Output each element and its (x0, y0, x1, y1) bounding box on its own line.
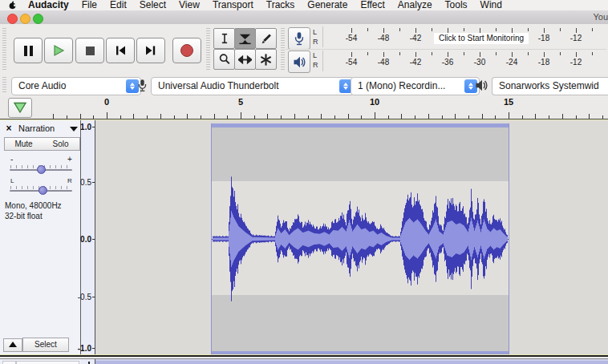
track-name: Narration (18, 123, 55, 133)
track-close-icon[interactable]: × (3, 123, 14, 134)
device-toolbar: Core Audio Universal Audio Thunderbolt 1… (0, 75, 608, 97)
meter-toolbar-grip[interactable] (281, 28, 285, 71)
playback-meter-scale[interactable]: -54-48-42-36-30-24-18-12 (337, 50, 608, 72)
pause-button[interactable] (14, 38, 43, 63)
meter-divider (322, 26, 323, 47)
draw-tool-button[interactable] (255, 28, 277, 49)
zoom-window-button[interactable] (33, 14, 43, 24)
stop-button[interactable] (75, 38, 104, 63)
meter-scale-label: -24 (506, 58, 517, 67)
playback-device-value: Sonarworks Systemwid (499, 80, 599, 91)
audio-clip[interactable] (211, 123, 509, 356)
window-title: You (593, 12, 608, 22)
multi-tool-button[interactable] (255, 49, 277, 70)
tools-toolbar-grip[interactable] (206, 28, 210, 71)
track-2-clip-edge[interactable] (95, 359, 608, 364)
ruler-tick (107, 112, 107, 119)
track-format-line2: 32-bit float (5, 212, 43, 220)
track-2-control-panel (0, 359, 80, 364)
menu-item-generate[interactable]: Generate (301, 0, 354, 10)
pan-right-label: R (67, 177, 72, 184)
meter-tick (544, 52, 545, 57)
envelope-tool-icon (238, 32, 252, 46)
menu-item-analyze[interactable]: Analyze (391, 0, 439, 10)
pinned-play-head-button[interactable] (8, 98, 32, 118)
track-control-panel: × Narration Mute Solo - + L R Mono, 4800… (0, 120, 81, 354)
menu-item-edit[interactable]: Edit (103, 0, 133, 10)
recording-device-select[interactable]: Universal Audio Thunderbolt (151, 77, 355, 95)
record-meter-right-label: R (313, 38, 318, 46)
menu-item-audacity[interactable]: Audacity (22, 0, 75, 10)
meter-minor-tick (528, 52, 529, 55)
track-title-menu[interactable]: Narration (16, 123, 80, 135)
envelope-tool-button[interactable] (234, 28, 256, 49)
collapse-track-button[interactable] (3, 338, 22, 352)
transport-toolbar-grip[interactable] (2, 28, 6, 71)
meter-minor-tick (528, 28, 529, 31)
vruler-label-0.0: 0.0 (80, 235, 91, 244)
meter-tick (576, 52, 577, 57)
close-window-button[interactable] (7, 14, 18, 24)
record-button[interactable] (172, 38, 201, 63)
menu-item-effect[interactable]: Effect (354, 0, 391, 10)
menu-item-tracks[interactable]: Tracks (260, 0, 302, 10)
ruler-label-0: 0 (104, 97, 109, 107)
selection-tool-button[interactable] (213, 28, 235, 49)
meter-tick (448, 52, 448, 57)
gain-slider-thumb[interactable] (37, 165, 46, 174)
track-2-partial[interactable] (0, 358, 608, 364)
click-to-start-monitoring[interactable]: Click to Start Monitoring (434, 33, 529, 44)
apple-menu-icon[interactable] (8, 1, 17, 10)
skip-to-end-icon (144, 44, 157, 57)
pan-slider-thumb[interactable] (39, 186, 47, 195)
audio-host-value: Core Audio (18, 80, 66, 91)
zoom-tool-button[interactable] (213, 49, 235, 70)
device-toolbar-grip[interactable] (2, 77, 6, 94)
record-icon (180, 44, 193, 57)
skip-to-end-button[interactable] (136, 38, 165, 63)
recording-channels-value: 1 (Mono) Recordin... (358, 80, 445, 91)
skip-to-start-button[interactable] (106, 38, 135, 63)
menu-item-view[interactable]: View (172, 0, 206, 10)
meter-tick (512, 52, 513, 57)
vruler-label--0.5: -0.5 (78, 292, 91, 301)
menu-item-transport[interactable]: Transport (206, 0, 260, 10)
recording-channels-select[interactable]: 1 (Mono) Recordin... (351, 77, 480, 95)
meter-tick (415, 52, 416, 57)
meter-tick (351, 28, 352, 33)
track-format-line1: Mono, 48000Hz (5, 201, 62, 210)
gain-minus-label: - (10, 155, 13, 164)
meter-minor-tick (464, 28, 464, 31)
recording-meter-scale[interactable]: -54-48-42-36-30-24-18-12Click to Start M… (337, 26, 608, 48)
menu-item-tools[interactable]: Tools (439, 0, 474, 10)
recording-meter-button[interactable] (288, 27, 310, 50)
meter-minor-tick (592, 52, 593, 55)
recording-device-value: Universal Audio Thunderbolt (158, 80, 279, 91)
solo-button[interactable]: Solo (42, 137, 80, 151)
ruler-tick (241, 112, 241, 119)
minimize-window-button[interactable] (20, 14, 30, 24)
time-shift-tool-button[interactable] (234, 49, 256, 70)
draw-tool-icon (260, 32, 273, 45)
play-meter-right-label: R (313, 62, 318, 69)
ruler-label-10: 10 (370, 97, 379, 107)
chevron-down-icon (70, 127, 78, 131)
meter-scale-label: -54 (346, 34, 357, 42)
pause-icon (24, 46, 33, 56)
vruler-label-1.0: 1.0 (80, 123, 91, 131)
meter-minor-tick (399, 52, 400, 55)
play-button[interactable] (44, 38, 73, 63)
waveform[interactable] (212, 123, 509, 356)
menu-item-file[interactable]: File (75, 0, 103, 10)
playback-device-select[interactable]: Sonarworks Systemwid (492, 77, 608, 95)
audio-host-select[interactable]: Core Audio (11, 77, 141, 95)
menu-item-wind[interactable]: Wind (474, 0, 509, 10)
playback-meter-button[interactable] (288, 51, 310, 73)
vruler-tick (92, 127, 95, 127)
vruler-tick (92, 182, 95, 183)
vertical-ruler[interactable]: 1.00.50.0-0.5-1.0 (81, 120, 95, 354)
timeline-ruler[interactable]: 051015 (0, 96, 608, 120)
menu-item-select[interactable]: Select (133, 0, 172, 10)
track-select-button[interactable]: Select (22, 338, 69, 352)
mute-button[interactable]: Mute (4, 137, 43, 151)
